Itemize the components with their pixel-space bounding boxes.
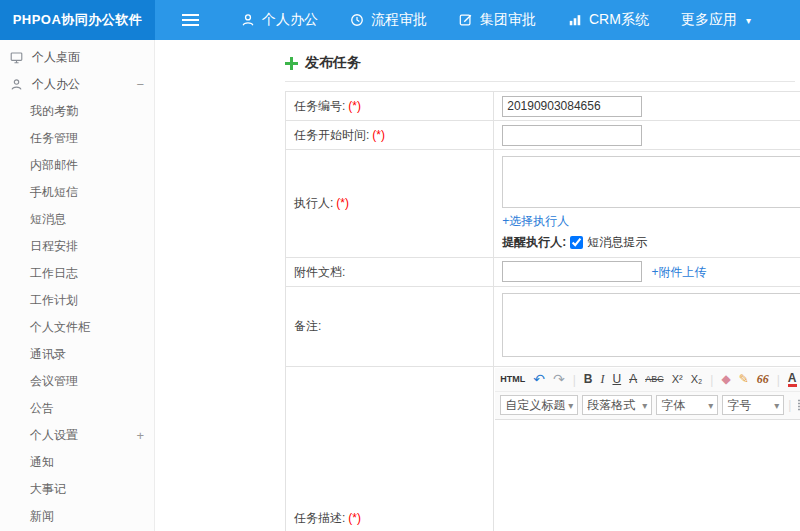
sidebar-item-notice[interactable]: 通知 xyxy=(0,449,154,476)
chevron-down-icon: ▾ xyxy=(642,400,647,411)
sidebar-item-label: 个人桌面 xyxy=(32,49,80,66)
required-marker: (*) xyxy=(348,511,361,525)
spellcheck-button[interactable]: ABC xyxy=(645,372,664,387)
attachment-label: 附件文档: xyxy=(294,265,345,279)
sidebar-item-mobile-sms[interactable]: 手机短信 xyxy=(0,179,154,206)
sidebar-item-contacts[interactable]: 通讯录 xyxy=(0,341,154,368)
nav-personal-office[interactable]: 个人办公 xyxy=(225,0,334,40)
editor-content-area[interactable] xyxy=(495,419,800,531)
remark-textarea[interactable] xyxy=(502,293,800,357)
attachment-input[interactable] xyxy=(502,261,642,282)
toolbar-separator: | xyxy=(788,398,791,412)
rich-text-editor: HTML ↶ ↷ | B I U A ABC X² X₂ | ◆ xyxy=(495,368,800,531)
underline-button[interactable]: U xyxy=(612,372,621,387)
sidebar-item-internal-mail[interactable]: 内部邮件 xyxy=(0,152,154,179)
chevron-down-icon: ▾ xyxy=(568,400,573,411)
nav-label: 更多应用 xyxy=(681,11,737,29)
nav-more-apps[interactable]: 更多应用 ▾ xyxy=(665,0,767,40)
start-time-input[interactable] xyxy=(502,125,642,146)
sidebar-item-personal-office[interactable]: 个人办公 − xyxy=(0,71,154,98)
nav-group-approval[interactable]: 集团审批 xyxy=(443,0,552,40)
collapse-minus-icon[interactable]: − xyxy=(136,77,144,92)
font-family-select[interactable]: 字体 ▾ xyxy=(656,395,718,415)
bold-button[interactable]: B xyxy=(584,372,593,387)
required-marker: (*) xyxy=(348,99,361,113)
sidebar-item-memorabilia[interactable]: 大事记 xyxy=(0,476,154,503)
sms-remind-checkbox[interactable] xyxy=(570,236,583,249)
task-number-input[interactable] xyxy=(502,96,642,117)
app-logo: PHPOA协同办公软件 xyxy=(0,0,155,40)
expand-plus-icon[interactable]: + xyxy=(136,428,144,443)
hamburger-icon xyxy=(182,14,199,26)
required-marker: (*) xyxy=(336,196,349,210)
choose-executor-link[interactable]: +选择执行人 xyxy=(502,213,569,230)
nav-label: 个人办公 xyxy=(262,11,318,29)
table-row: 任务描述:(*) HTML ↶ ↷ | B I U A ABC xyxy=(286,367,800,531)
desktop-icon xyxy=(10,51,25,64)
sidebar-item-work-plan[interactable]: 工作计划 xyxy=(0,287,154,314)
menu-toggle-button[interactable] xyxy=(155,0,225,40)
format-brush-icon[interactable]: ✎ xyxy=(739,372,749,387)
task-number-label: 任务编号: xyxy=(294,99,345,113)
redo-icon[interactable]: ↷ xyxy=(553,372,565,387)
align-left-icon[interactable] xyxy=(795,399,800,411)
sidebar-item-schedule[interactable]: 日程安排 xyxy=(0,233,154,260)
sidebar-item-personal-desktop[interactable]: 个人桌面 xyxy=(0,44,154,71)
nav-label: CRM系统 xyxy=(589,11,649,29)
superscript-button[interactable]: X² xyxy=(672,372,683,387)
toolbar-separator: | xyxy=(573,373,576,387)
table-row: 任务编号:(*) 任务名称:(*) xyxy=(286,92,800,121)
nav-label: 流程审批 xyxy=(371,11,427,29)
publish-task-form: 任务编号:(*) 任务名称:(*) 任务开始时间:(*) 任务结束时间:(*) … xyxy=(285,91,800,531)
custom-heading-select[interactable]: 自定义标题 ▾ xyxy=(500,395,578,415)
required-marker: (*) xyxy=(372,128,385,142)
toolbar-separator: | xyxy=(777,373,780,387)
font-size-select[interactable]: 字号 ▾ xyxy=(722,395,784,415)
table-row: 附件文档: +附件上传 xyxy=(286,258,800,287)
start-time-label: 任务开始时间: xyxy=(294,128,369,142)
editor-toolbar-row2: 自定义标题 ▾ 段落格式 ▾ 字体 ▾ xyxy=(495,391,800,419)
page-header: 发布任务 xyxy=(285,54,795,82)
page-title: 发布任务 xyxy=(305,54,361,72)
user-icon xyxy=(241,13,255,27)
nav-label: 集团审批 xyxy=(480,11,536,29)
nav-workflow-approval[interactable]: 流程审批 xyxy=(334,0,443,40)
sidebar-item-short-message[interactable]: 短消息 xyxy=(0,206,154,233)
sidebar-item-task-management[interactable]: 任务管理 xyxy=(0,125,154,152)
chevron-down-icon: ▾ xyxy=(708,400,713,411)
sidebar-item-personal-file-cabinet[interactable]: 个人文件柜 xyxy=(0,314,154,341)
sidebar-item-news[interactable]: 新闻 xyxy=(0,503,154,530)
eraser-icon[interactable]: ◆ xyxy=(721,372,730,387)
main-content: 发布任务 任务编号:(*) 任务名称:(*) 任务开始时间:(*) 任务结束时间… xyxy=(155,40,800,531)
remind-executor-label: 提醒执行人: xyxy=(502,234,566,251)
sidebar-item-announcement[interactable]: 公告 xyxy=(0,395,154,422)
undo-icon[interactable]: ↶ xyxy=(533,372,545,387)
paragraph-format-select[interactable]: 段落格式 ▾ xyxy=(582,395,652,415)
executor-label: 执行人: xyxy=(294,196,333,210)
user-icon xyxy=(10,78,25,91)
clock-icon xyxy=(350,13,364,27)
italic-button[interactable]: I xyxy=(600,372,604,387)
nav-crm-system[interactable]: CRM系统 xyxy=(552,0,665,40)
subscript-button[interactable]: X₂ xyxy=(691,372,703,387)
top-nav-menu: 个人办公 流程审批 集团审批 CRM系统 更多应用 ▾ xyxy=(225,0,767,40)
table-row: 执行人:(*) +选择执行人 提醒执行人: 短消息提示 xyxy=(286,150,800,258)
table-row: 备注: xyxy=(286,287,800,367)
sidebar-item-personal-settings[interactable]: 个人设置 + xyxy=(0,422,154,449)
chevron-down-icon: ▾ xyxy=(746,15,751,26)
html-source-button[interactable]: HTML xyxy=(500,372,525,387)
blockquote-button[interactable]: 66 xyxy=(757,372,769,387)
sidebar-item-work-log[interactable]: 工作日志 xyxy=(0,260,154,287)
executor-list-box[interactable] xyxy=(502,156,800,208)
chevron-down-icon: ▾ xyxy=(774,400,779,411)
add-task-icon xyxy=(285,57,298,70)
bar-chart-icon xyxy=(568,13,582,27)
attachment-upload-link[interactable]: +附件上传 xyxy=(652,264,707,281)
sidebar-item-meeting-management[interactable]: 会议管理 xyxy=(0,368,154,395)
table-row: 任务开始时间:(*) 任务结束时间:(*) xyxy=(286,121,800,150)
sidebar: 个人桌面 个人办公 − 我的考勤 任务管理 内部邮件 手机短信 短消息 日程安排… xyxy=(0,40,155,531)
font-color-button[interactable]: A xyxy=(788,372,797,387)
strikethrough-button[interactable]: A xyxy=(629,372,637,387)
sidebar-item-my-attendance[interactable]: 我的考勤 xyxy=(0,98,154,125)
edit-icon xyxy=(459,13,473,27)
